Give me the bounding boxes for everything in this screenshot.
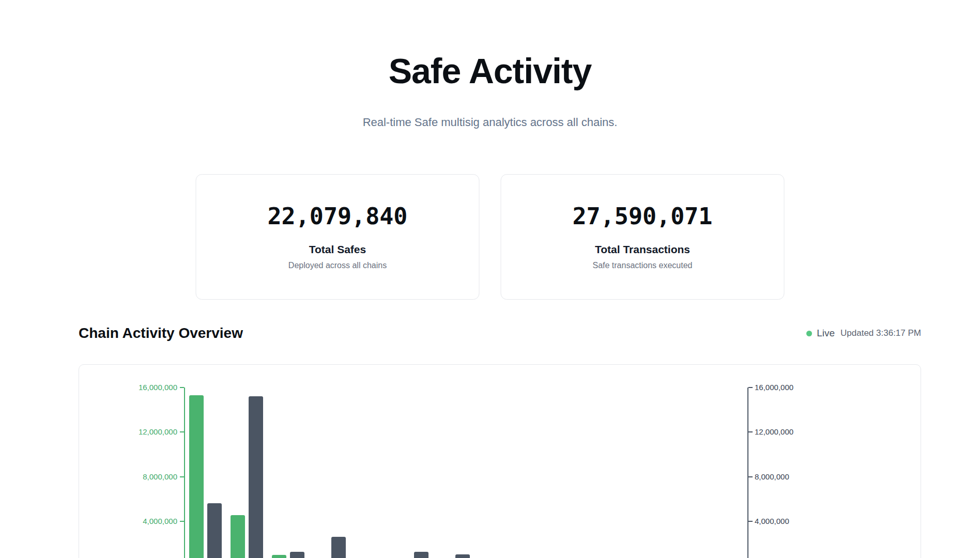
left-axis-tick-label: 8,000,000 (105, 472, 177, 482)
right-axis-tick-label: 16,000,000 (755, 383, 793, 392)
left-axis-tick-label: 16,000,000 (105, 383, 177, 392)
right-axis-tick-label: 12,000,000 (755, 427, 793, 437)
total-safes-card: 22,079,840 Total Safes Deployed across a… (196, 174, 480, 300)
bar-transactions[interactable] (455, 554, 470, 558)
left-axis-tick-label: 12,000,000 (105, 427, 177, 437)
right-axis-tick-label: 4,000,000 (755, 517, 789, 526)
bar-transactions[interactable] (414, 552, 428, 558)
chart-card: 16,000,00016,000,00012,000,00012,000,000… (79, 364, 921, 558)
chain-activity-chart: 16,000,00016,000,00012,000,00012,000,000… (79, 365, 921, 558)
left-axis-tick (180, 387, 184, 388)
live-label: Live (817, 328, 835, 339)
right-axis-tick (748, 476, 753, 477)
bar-transactions[interactable] (290, 552, 304, 558)
bar-safes[interactable] (272, 555, 286, 558)
total-safes-description: Deployed across all chains (288, 260, 387, 271)
page-title: Safe Activity (0, 51, 980, 91)
bar-transactions[interactable] (331, 537, 346, 558)
right-axis-tick (748, 387, 753, 388)
total-transactions-description: Safe transactions executed (592, 260, 692, 271)
updated-timestamp: Updated 3:36:17 PM (840, 328, 921, 338)
section-heading: Chain Activity Overview (79, 325, 243, 342)
right-axis-tick (748, 521, 753, 522)
stats-row: 22,079,840 Total Safes Deployed across a… (196, 174, 785, 300)
bar-safes[interactable] (231, 515, 245, 558)
chart-section-header: Chain Activity Overview Live Updated 3:3… (79, 321, 921, 345)
right-y-axis-line (747, 388, 748, 558)
bar-safes[interactable] (189, 395, 204, 558)
total-transactions-label: Total Transactions (595, 243, 690, 256)
right-axis-tick (748, 431, 753, 432)
left-axis-tick (180, 521, 184, 522)
total-transactions-card: 27,590,071 Total Transactions Safe trans… (501, 174, 785, 300)
live-dot-icon (806, 331, 812, 336)
bar-transactions[interactable] (249, 396, 263, 558)
total-safes-label: Total Safes (309, 243, 366, 256)
left-axis-tick (180, 431, 184, 432)
total-safes-value: 22,079,840 (268, 203, 408, 230)
left-axis-tick-label: 4,000,000 (105, 517, 177, 526)
right-axis-tick-label: 8,000,000 (755, 472, 789, 482)
left-y-axis-line (184, 388, 185, 558)
total-transactions-value: 27,590,071 (573, 203, 713, 230)
left-axis-tick (180, 476, 184, 477)
page-subtitle: Real-time Safe multisig analytics across… (0, 116, 980, 129)
bar-transactions[interactable] (207, 503, 222, 558)
live-status: Live Updated 3:36:17 PM (806, 328, 921, 339)
safe-activity-page: Safe Activity Real-time Safe multisig an… (0, 0, 980, 558)
